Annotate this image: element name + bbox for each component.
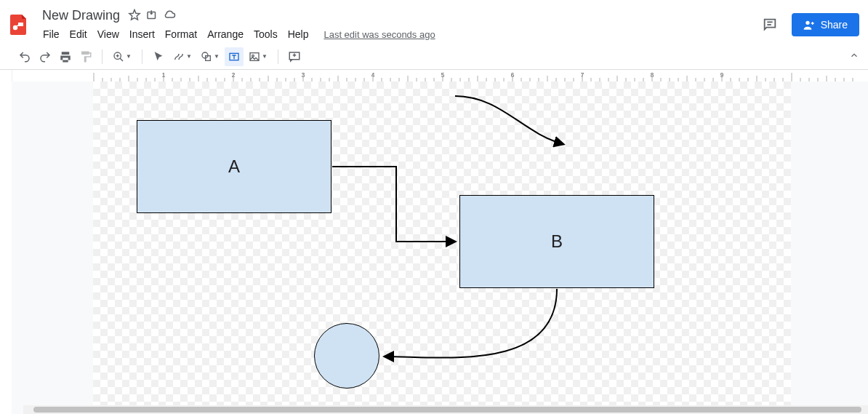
textbox-tool[interactable] [225, 47, 244, 66]
svg-text:9: 9 [720, 71, 723, 79]
canvas-area[interactable]: A B [12, 81, 868, 414]
shape-circle[interactable] [314, 323, 379, 389]
share-button[interactable]: Share [792, 13, 859, 36]
svg-text:8: 8 [650, 71, 654, 79]
shape-label: B [551, 231, 563, 252]
collapse-toolbar-icon[interactable] [849, 50, 859, 63]
menu-help[interactable]: Help [283, 25, 314, 43]
vertical-ruler [0, 70, 12, 414]
menu-file[interactable]: File [38, 25, 65, 43]
star-icon[interactable] [127, 8, 142, 23]
svg-point-5 [805, 21, 809, 25]
canvas-page[interactable]: A B [93, 81, 791, 414]
undo-button[interactable] [15, 47, 34, 66]
svg-text:5: 5 [441, 71, 444, 79]
select-tool[interactable] [149, 47, 168, 66]
app-logo[interactable] [6, 12, 32, 38]
redo-button[interactable] [36, 47, 55, 66]
line-tool[interactable]: ▼ [169, 47, 196, 66]
menu-arrange[interactable]: Arrange [202, 25, 249, 43]
image-tool[interactable]: ▼ [245, 47, 271, 66]
menu-edit[interactable]: Edit [65, 25, 92, 43]
comments-icon[interactable] [757, 12, 783, 38]
horizontal-ruler: 123456789 [12, 70, 868, 81]
separator [142, 49, 142, 64]
connector-b-to-circle[interactable] [385, 289, 557, 358]
share-label: Share [821, 19, 848, 31]
last-edit-link[interactable]: Last edit was seconds ago [324, 29, 435, 40]
zoom-button[interactable]: ▼ [109, 47, 135, 66]
menu-format[interactable]: Format [160, 25, 202, 43]
shape-rectangle-a[interactable]: A [137, 120, 331, 213]
paint-format-button[interactable] [76, 47, 95, 66]
curve-arrow[interactable] [455, 96, 563, 144]
svg-rect-1 [18, 23, 23, 26]
shape-rectangle-b[interactable]: B [459, 195, 654, 288]
cloud-status-icon[interactable] [162, 8, 177, 23]
svg-text:1: 1 [161, 71, 165, 79]
svg-line-7 [120, 58, 123, 61]
separator [278, 49, 278, 64]
insert-comment-button[interactable] [285, 47, 304, 66]
svg-point-14 [252, 55, 254, 57]
toolbar: ▼ ▼ ▼ ▼ [0, 44, 868, 70]
menu-view[interactable]: View [92, 25, 124, 43]
menu-insert[interactable]: Insert [124, 25, 160, 43]
svg-text:6: 6 [510, 71, 514, 79]
menu-bar: File Edit View Insert Format Arrange Too… [38, 25, 435, 43]
connector-a-to-b[interactable] [332, 167, 454, 242]
print-button[interactable] [56, 47, 75, 66]
svg-text:2: 2 [231, 71, 235, 79]
svg-text:4: 4 [371, 71, 374, 79]
svg-text:7: 7 [580, 71, 584, 79]
shape-label: A [228, 156, 240, 177]
shape-tool[interactable]: ▼ [197, 47, 223, 66]
menu-tools[interactable]: Tools [249, 25, 283, 43]
svg-text:3: 3 [301, 71, 305, 79]
horizontal-scrollbar[interactable] [23, 405, 868, 414]
move-icon[interactable] [145, 8, 159, 23]
document-title[interactable]: New Drawing [38, 7, 124, 25]
separator [102, 49, 103, 64]
